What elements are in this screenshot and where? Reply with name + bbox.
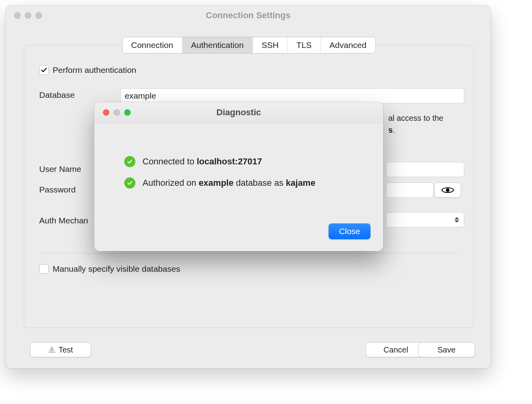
auth-mechanism-label: Auth Mechan: [39, 216, 88, 225]
dialog-titlebar: Diagnostic: [94, 102, 383, 123]
tab-label: Advanced: [329, 40, 366, 50]
database-helper-text: al access to the s.: [388, 112, 467, 136]
tab-label: SSH: [262, 40, 279, 50]
svg-rect-1: [51, 348, 52, 351]
cancel-button-label: Cancel: [384, 345, 408, 354]
tab-connection[interactable]: Connection: [122, 37, 182, 53]
password-label: Password: [39, 185, 76, 194]
close-button-label: Close: [339, 227, 360, 236]
test-button[interactable]: Test: [30, 342, 91, 357]
auth-mechanism-select[interactable]: [386, 212, 464, 227]
database-row: Database: [39, 90, 75, 100]
warning-icon: [48, 346, 55, 353]
show-password-button[interactable]: [434, 183, 461, 198]
diag-db: example: [199, 178, 234, 188]
helper-text-line: al access to the: [388, 114, 443, 122]
save-button[interactable]: Save: [418, 342, 475, 357]
check-circle-icon: [124, 177, 135, 189]
tab-authentication[interactable]: Authentication: [182, 37, 253, 53]
settings-tabs: Connection Authentication SSH TLS Advanc…: [122, 37, 375, 53]
svg-point-0: [446, 189, 450, 192]
perform-auth-row: Perform authentication: [39, 65, 136, 75]
tab-tls[interactable]: TLS: [288, 37, 321, 53]
database-value: example: [125, 91, 156, 101]
diag-connected-text: Connected to localhost:27017: [142, 156, 262, 167]
check-icon: [41, 67, 47, 73]
perform-auth-checkbox[interactable]: [39, 65, 49, 75]
diag-row-connected: Connected to localhost:27017: [124, 156, 262, 167]
eye-icon: [441, 186, 454, 194]
section-divider: [39, 253, 459, 253]
tab-label: TLS: [296, 40, 312, 50]
diag-text-part: database as: [234, 178, 286, 188]
diag-host: localhost:27017: [197, 156, 262, 166]
test-button-label: Test: [59, 345, 73, 354]
tab-ssh[interactable]: SSH: [253, 37, 288, 53]
svg-rect-2: [51, 351, 52, 352]
username-row: User Name: [39, 164, 81, 174]
manual-dbs-row: Manually specify visible databases: [39, 264, 180, 274]
tab-advanced[interactable]: Advanced: [321, 37, 375, 53]
window-title: Connection Settings: [6, 10, 491, 21]
tab-label: Connection: [131, 40, 173, 50]
diag-user: kajame: [286, 178, 315, 188]
diag-text-part: Authorized on: [142, 178, 199, 188]
window-titlebar: Connection Settings: [6, 6, 491, 25]
auth-mechanism-row: Auth Mechan: [39, 216, 88, 225]
diag-row-authorized: Authorized on example database as kajame: [124, 177, 315, 189]
database-input[interactable]: example: [120, 88, 464, 103]
password-row: Password: [39, 185, 76, 194]
tab-label: Authentication: [191, 40, 244, 50]
save-button-label: Save: [437, 345, 456, 354]
diag-text-part: Connected to: [142, 156, 197, 166]
manual-dbs-checkbox[interactable]: [39, 264, 49, 274]
helper-text-line: s: [388, 126, 393, 134]
database-label: Database: [39, 90, 75, 100]
diagnostic-dialog: Diagnostic Connected to localhost:27017 …: [94, 102, 383, 251]
manual-dbs-label: Manually specify visible databases: [53, 264, 180, 274]
chevron-updown-icon: [454, 217, 460, 223]
username-label: User Name: [39, 164, 81, 174]
check-circle-icon: [124, 156, 135, 167]
password-input[interactable]: [386, 183, 433, 198]
perform-auth-label: Perform authentication: [53, 65, 136, 75]
close-button[interactable]: Close: [329, 223, 370, 239]
dialog-title: Diagnostic: [94, 107, 383, 118]
username-input[interactable]: [386, 162, 464, 177]
cancel-button[interactable]: Cancel: [366, 342, 426, 357]
diag-authorized-text: Authorized on example database as kajame: [142, 178, 315, 188]
